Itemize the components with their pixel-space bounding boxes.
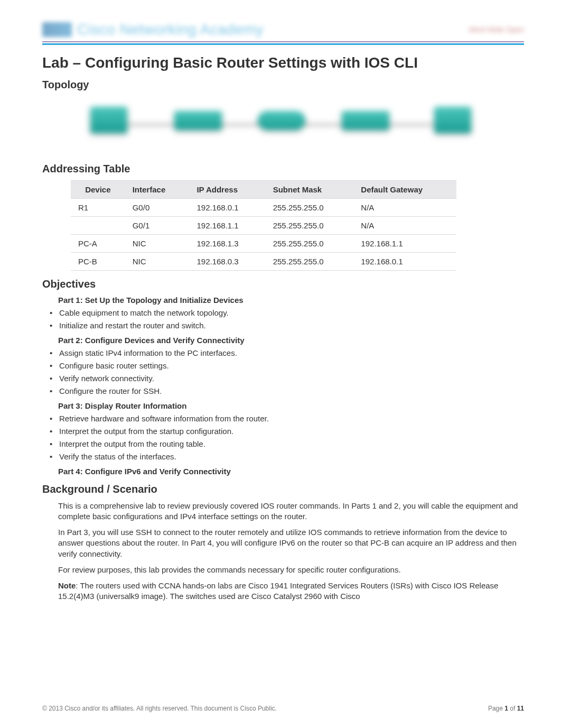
- cell: 255.255.255.0: [266, 235, 354, 253]
- cell: 255.255.255.0: [266, 199, 354, 217]
- background-para: For review purposes, this lab provides t…: [58, 565, 524, 575]
- page-footer: © 2013 Cisco and/or its affiliates. All …: [42, 705, 524, 712]
- table-row: PC-A NIC 192.168.1.3 255.255.255.0 192.1…: [71, 235, 456, 253]
- cell: G0/1: [125, 217, 190, 235]
- topology-switch-icon: [342, 111, 389, 130]
- section-addressing: Addressing Table: [42, 163, 524, 175]
- th-interface: Interface: [125, 181, 190, 199]
- table-header-row: Device Interface IP Address Subnet Mask …: [71, 181, 456, 199]
- cell: 192.168.0.1: [353, 253, 456, 271]
- list-item: Configure the router for SSH.: [46, 386, 524, 397]
- note-label: Note: [58, 581, 76, 590]
- background-note: Note: The routers used with CCNA hands-o…: [58, 580, 524, 602]
- footer-page: Page 1 of 11: [488, 705, 524, 712]
- header-tagline: Mind Wide Open: [469, 25, 524, 34]
- footer-page-label: Page: [488, 705, 504, 712]
- section-objectives: Objectives: [42, 278, 524, 290]
- background-para: In Part 3, you will use SSH to connect t…: [58, 527, 524, 559]
- list-item: Interpret the output from the routing ta…: [46, 439, 524, 449]
- addressing-table: Device Interface IP Address Subnet Mask …: [71, 180, 456, 271]
- cell: PC-B: [71, 253, 125, 271]
- objectives-part2-title: Part 2: Configure Devices and Verify Con…: [58, 336, 524, 345]
- list-item: Interpret the output from the startup co…: [46, 426, 524, 437]
- th-ip: IP Address: [189, 181, 265, 199]
- footer-copyright: © 2013 Cisco and/or its affiliates. All …: [42, 705, 277, 712]
- cell: N/A: [353, 217, 456, 235]
- cell: PC-A: [71, 235, 125, 253]
- list-item: Retrieve hardware and software informati…: [46, 413, 524, 424]
- objectives-part4-title: Part 4: Configure IPv6 and Verify Connec…: [58, 467, 524, 476]
- topology-diagram: [73, 96, 493, 154]
- list-item: Assign static IPv4 information to the PC…: [46, 348, 524, 358]
- cell: N/A: [353, 199, 456, 217]
- cell: 192.168.1.3: [189, 235, 265, 253]
- footer-page-of: of: [508, 705, 517, 712]
- list-item: Verify the status of the interfaces.: [46, 451, 524, 462]
- table-row: PC-B NIC 192.168.0.3 255.255.255.0 192.1…: [71, 253, 456, 271]
- header-bar: Cisco Networking Academy Mind Wide Open: [42, 21, 524, 38]
- list-item: Cable equipment to match the network top…: [46, 308, 524, 318]
- cell: 255.255.255.0: [266, 217, 354, 235]
- cell: NIC: [125, 253, 190, 271]
- cell: [71, 217, 125, 235]
- cisco-logo-icon: [42, 22, 72, 37]
- header-brand: Cisco Networking Academy: [77, 21, 264, 38]
- list-item: Verify network connectivity.: [46, 373, 524, 384]
- page-title: Lab – Configuring Basic Router Settings …: [42, 54, 524, 71]
- footer-page-num: 1: [504, 705, 508, 712]
- table-row: G0/1 192.168.1.1 255.255.255.0 N/A: [71, 217, 456, 235]
- list-item: Configure basic router settings.: [46, 361, 524, 371]
- objectives-block: Part 1: Set Up the Topology and Initiali…: [42, 296, 524, 476]
- logo-block: Cisco Networking Academy: [42, 21, 264, 38]
- topology-pc-icon: [90, 107, 127, 133]
- divider-top: [42, 41, 524, 42]
- table-row: R1 G0/0 192.168.0.1 255.255.255.0 N/A: [71, 199, 456, 217]
- th-device: Device: [71, 181, 125, 199]
- topology-router-icon: [258, 111, 305, 130]
- list-item: Initialize and restart the router and sw…: [46, 320, 524, 331]
- section-background: Background / Scenario: [42, 483, 524, 495]
- section-topology: Topology: [42, 79, 524, 91]
- cell: NIC: [125, 235, 190, 253]
- objectives-part3-title: Part 3: Display Router Information: [58, 401, 524, 410]
- cell: R1: [71, 199, 125, 217]
- cell: 255.255.255.0: [266, 253, 354, 271]
- divider-accent: [42, 43, 524, 45]
- cell: 192.168.0.1: [189, 199, 265, 217]
- th-mask: Subnet Mask: [266, 181, 354, 199]
- th-gateway: Default Gateway: [353, 181, 456, 199]
- background-para: This is a comprehensive lab to review pr…: [58, 501, 524, 522]
- topology-pc-icon: [434, 107, 471, 133]
- note-text: : The routers used with CCNA hands-on la…: [58, 581, 498, 601]
- topology-switch-icon: [174, 111, 222, 130]
- objectives-part1-title: Part 1: Set Up the Topology and Initiali…: [58, 296, 524, 305]
- cell: G0/0: [125, 199, 190, 217]
- cell: 192.168.0.3: [189, 253, 265, 271]
- footer-page-total: 11: [517, 705, 524, 712]
- cell: 192.168.1.1: [189, 217, 265, 235]
- cell: 192.168.1.1: [353, 235, 456, 253]
